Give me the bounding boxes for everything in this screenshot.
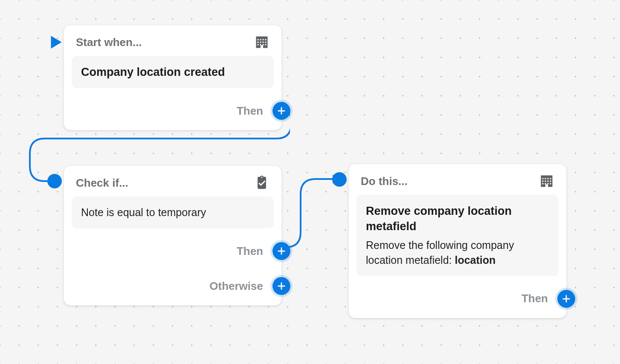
clipboard-check-icon: [254, 175, 269, 191]
action-desc-bold: location: [455, 254, 495, 266]
action-card-body: Remove company location metafield Remove…: [356, 195, 559, 276]
action-then-add-button[interactable]: [557, 290, 575, 308]
condition-then-add-button[interactable]: [272, 242, 290, 260]
action-card[interactable]: Do this... Remove company location metaf…: [348, 164, 567, 318]
action-card-title: Do this...: [361, 175, 408, 188]
condition-otherwise-row: Otherwise: [209, 277, 281, 295]
condition-then-label: Then: [237, 245, 267, 258]
workflow-canvas[interactable]: Start when... Company location created T…: [0, 0, 620, 364]
trigger-card[interactable]: Start when... Company location created T…: [64, 25, 282, 130]
building-icon: [539, 173, 554, 189]
trigger-card-header: Start when...: [64, 25, 281, 56]
action-body-desc: Remove the following company location me…: [366, 238, 549, 268]
action-body-title: Remove company location metafield: [366, 203, 549, 234]
trigger-then-label: Then: [237, 104, 267, 118]
condition-body-text: Note is equal to temporary: [81, 205, 264, 220]
condition-otherwise-label: Otherwise: [209, 280, 267, 293]
condition-card-footer: Then Otherwise: [64, 236, 281, 305]
action-then-row: Then: [521, 290, 566, 308]
condition-then-row: Then: [237, 242, 281, 260]
condition-otherwise-add-button[interactable]: [272, 277, 290, 295]
action-card-header: Do this...: [349, 164, 566, 195]
condition-card-title: Check if...: [76, 176, 128, 190]
condition-node-marker: [47, 174, 62, 188]
trigger-card-title: Start when...: [76, 36, 142, 49]
building-icon: [254, 35, 269, 50]
condition-card-body: Note is equal to temporary: [72, 196, 274, 228]
action-card-footer: Then: [349, 284, 566, 318]
action-node-marker: [332, 172, 347, 187]
action-then-label: Then: [521, 292, 551, 305]
condition-card[interactable]: Check if... Note is equal to temporary T…: [64, 165, 282, 306]
trigger-card-body: Company location created: [72, 56, 274, 88]
condition-card-header: Check if...: [64, 166, 281, 196]
trigger-then-row: Then: [237, 102, 281, 120]
trigger-card-footer: Then: [64, 96, 281, 130]
trigger-body-title: Company location created: [81, 64, 264, 80]
trigger-then-add-button[interactable]: [272, 102, 290, 120]
start-marker-icon: [50, 35, 63, 50]
